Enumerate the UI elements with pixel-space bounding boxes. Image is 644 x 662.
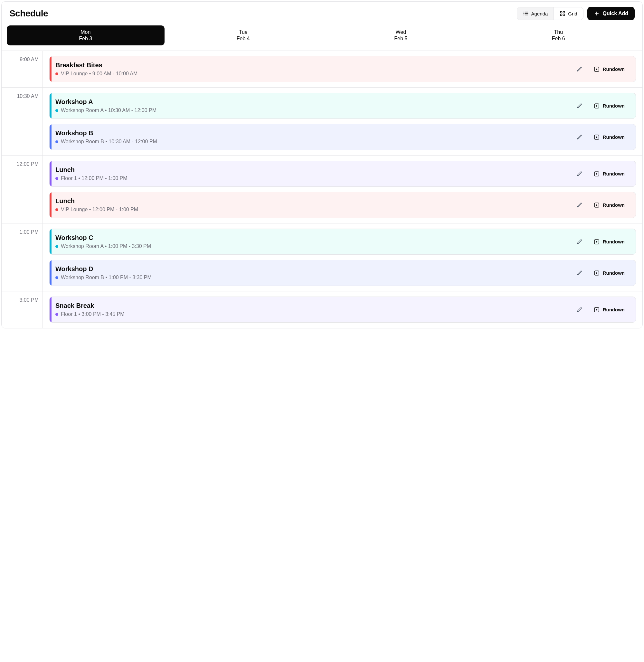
event-subtitle: Workshop Room B • 1:00 PM - 3:30 PM bbox=[55, 275, 574, 280]
event-card[interactable]: Workshop A Workshop Room A • 10:30 AM - … bbox=[49, 93, 636, 119]
view-grid-button[interactable]: Grid bbox=[553, 7, 583, 20]
day-tab[interactable]: ThuFeb 6 bbox=[480, 25, 638, 45]
rundown-label: Rundown bbox=[603, 202, 625, 208]
edit-button[interactable] bbox=[574, 199, 585, 211]
event-actions: Rundown bbox=[574, 267, 628, 279]
play-icon bbox=[594, 66, 600, 72]
rundown-button[interactable]: Rundown bbox=[590, 200, 628, 211]
edit-button[interactable] bbox=[574, 64, 585, 75]
color-dot bbox=[55, 177, 58, 180]
event-actions: Rundown bbox=[574, 304, 628, 316]
event-title: Lunch bbox=[55, 166, 574, 174]
rundown-button[interactable]: Rundown bbox=[590, 168, 628, 179]
day-date: Feb 5 bbox=[325, 36, 477, 42]
event-card[interactable]: Breakfast Bites VIP Lounge • 9:00 AM - 1… bbox=[49, 56, 636, 82]
play-icon bbox=[594, 103, 600, 109]
event-title: Breakfast Bites bbox=[55, 62, 574, 69]
event-location-time: Workshop Room B • 1:00 PM - 3:30 PM bbox=[61, 275, 152, 280]
schedule-body: 9:00 AM Breakfast Bites VIP Lounge • 9:0… bbox=[2, 50, 642, 328]
rundown-button[interactable]: Rundown bbox=[590, 236, 628, 247]
event-title: Workshop D bbox=[55, 265, 574, 273]
rundown-button[interactable]: Rundown bbox=[590, 304, 628, 315]
play-icon bbox=[594, 202, 600, 208]
time-slot: 10:30 AM Workshop A Workshop Room A • 10… bbox=[2, 88, 642, 156]
color-dot bbox=[55, 276, 58, 279]
event-main: Workshop C Workshop Room A • 1:00 PM - 3… bbox=[55, 234, 574, 249]
time-slot: 1:00 PM Workshop C Workshop Room A • 1:0… bbox=[2, 224, 642, 291]
events-column: Lunch Floor 1 • 12:00 PM - 1:00 PM Rundo… bbox=[43, 156, 642, 223]
day-tab[interactable]: MonFeb 3 bbox=[7, 25, 164, 45]
pencil-icon bbox=[577, 103, 582, 109]
color-dot bbox=[55, 208, 58, 211]
view-agenda-button[interactable]: Agenda bbox=[517, 7, 554, 20]
day-name: Wed bbox=[325, 29, 477, 35]
color-dot bbox=[55, 109, 58, 112]
edit-button[interactable] bbox=[574, 236, 585, 248]
header: Schedule Agenda Grid Quick Add bbox=[2, 2, 642, 25]
event-subtitle: Workshop Room A • 10:30 AM - 12:00 PM bbox=[55, 108, 574, 113]
play-icon bbox=[594, 270, 600, 276]
event-subtitle: Workshop Room B • 10:30 AM - 12:00 PM bbox=[55, 139, 574, 144]
event-card[interactable]: Snack Break Floor 1 • 3:00 PM - 3:45 PM … bbox=[49, 297, 636, 323]
schedule-app: Schedule Agenda Grid Quick Add MonFeb 3T… bbox=[1, 1, 643, 328]
event-location-time: Workshop Room A • 10:30 AM - 12:00 PM bbox=[61, 108, 157, 113]
day-name: Tue bbox=[167, 29, 320, 35]
event-card[interactable]: Lunch Floor 1 • 12:00 PM - 1:00 PM Rundo… bbox=[49, 161, 636, 187]
play-icon bbox=[594, 239, 600, 245]
rundown-label: Rundown bbox=[603, 270, 625, 276]
view-toggle: Agenda Grid bbox=[517, 7, 583, 20]
time-slot: 3:00 PM Snack Break Floor 1 • 3:00 PM - … bbox=[2, 291, 642, 328]
event-subtitle: Floor 1 • 3:00 PM - 3:45 PM bbox=[55, 311, 574, 317]
color-dot bbox=[55, 313, 58, 316]
event-card[interactable]: Lunch VIP Lounge • 12:00 PM - 1:00 PM Ru… bbox=[49, 192, 636, 218]
day-tab[interactable]: WedFeb 5 bbox=[322, 25, 480, 45]
event-main: Snack Break Floor 1 • 3:00 PM - 3:45 PM bbox=[55, 302, 574, 317]
event-title: Workshop C bbox=[55, 234, 574, 242]
day-date: Feb 6 bbox=[482, 36, 635, 42]
color-dot bbox=[55, 72, 58, 75]
quick-add-label: Quick Add bbox=[603, 10, 628, 17]
rundown-label: Rundown bbox=[603, 239, 625, 244]
pencil-icon bbox=[577, 307, 582, 313]
event-title: Workshop B bbox=[55, 130, 574, 137]
event-card[interactable]: Workshop C Workshop Room A • 1:00 PM - 3… bbox=[49, 229, 636, 255]
time-slot: 12:00 PM Lunch Floor 1 • 12:00 PM - 1:00… bbox=[2, 156, 642, 224]
pencil-icon bbox=[577, 202, 582, 208]
rundown-button[interactable]: Rundown bbox=[590, 132, 628, 143]
pencil-icon bbox=[577, 66, 582, 72]
play-icon bbox=[594, 307, 600, 313]
events-column: Workshop A Workshop Room A • 10:30 AM - … bbox=[43, 88, 642, 155]
time-label: 10:30 AM bbox=[2, 88, 43, 155]
rundown-button[interactable]: Rundown bbox=[590, 100, 628, 111]
event-card[interactable]: Workshop D Workshop Room B • 1:00 PM - 3… bbox=[49, 260, 636, 286]
day-tab[interactable]: TueFeb 4 bbox=[164, 25, 322, 45]
event-actions: Rundown bbox=[574, 100, 628, 112]
event-title: Workshop A bbox=[55, 98, 574, 106]
time-label: 1:00 PM bbox=[2, 224, 43, 291]
color-dot bbox=[55, 140, 58, 143]
edit-button[interactable] bbox=[574, 131, 585, 143]
play-icon bbox=[594, 171, 600, 177]
day-name: Thu bbox=[482, 29, 635, 35]
event-title: Lunch bbox=[55, 197, 574, 205]
event-main: Workshop B Workshop Room B • 10:30 AM - … bbox=[55, 130, 574, 144]
time-label: 9:00 AM bbox=[2, 51, 43, 87]
events-column: Breakfast Bites VIP Lounge • 9:00 AM - 1… bbox=[43, 51, 642, 87]
quick-add-button[interactable]: Quick Add bbox=[587, 7, 635, 20]
edit-button[interactable] bbox=[574, 304, 585, 316]
rundown-button[interactable]: Rundown bbox=[590, 268, 628, 278]
event-subtitle: VIP Lounge • 9:00 AM - 10:00 AM bbox=[55, 71, 574, 77]
event-subtitle: Floor 1 • 12:00 PM - 1:00 PM bbox=[55, 176, 574, 181]
day-date: Feb 4 bbox=[167, 36, 320, 42]
edit-button[interactable] bbox=[574, 100, 585, 112]
time-label: 12:00 PM bbox=[2, 156, 43, 223]
event-actions: Rundown bbox=[574, 199, 628, 211]
rundown-button[interactable]: Rundown bbox=[590, 64, 628, 75]
edit-button[interactable] bbox=[574, 168, 585, 180]
event-card[interactable]: Workshop B Workshop Room B • 10:30 AM - … bbox=[49, 124, 636, 150]
edit-button[interactable] bbox=[574, 267, 585, 279]
event-location-time: VIP Lounge • 9:00 AM - 10:00 AM bbox=[61, 71, 138, 77]
event-actions: Rundown bbox=[574, 64, 628, 75]
events-column: Workshop C Workshop Room A • 1:00 PM - 3… bbox=[43, 224, 642, 291]
list-icon bbox=[523, 10, 529, 17]
